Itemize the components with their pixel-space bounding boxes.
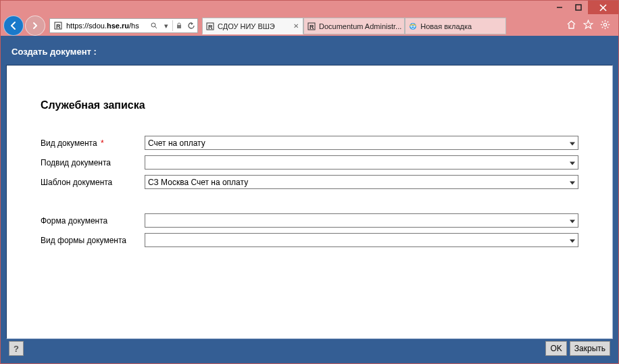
select-doc-template[interactable]: СЗ Москва Счет на оплату xyxy=(145,175,578,189)
label-doc-template: Шаблон документа xyxy=(41,178,145,187)
page-content: Создать документ : Служебная записка Вид… xyxy=(1,36,618,363)
svg-line-21 xyxy=(608,22,609,23)
select-doc-subtype[interactable] xyxy=(145,155,578,170)
address-bar[interactable]: R https://sdou.hse.ru/hs ▾ xyxy=(49,18,198,33)
help-button[interactable]: ? xyxy=(9,341,24,356)
svg-text:R: R xyxy=(208,24,213,30)
maximize-button[interactable] xyxy=(569,1,587,14)
settings-gear-icon[interactable] xyxy=(600,20,610,32)
form-gap xyxy=(41,194,578,213)
tab-favicon-icon: R xyxy=(307,22,316,31)
minimize-button[interactable] xyxy=(550,1,568,14)
forward-button[interactable] xyxy=(25,16,45,36)
site-favicon-icon: R xyxy=(53,20,64,31)
ok-button[interactable]: OK xyxy=(545,341,566,356)
tab-active[interactable]: R СДОУ НИУ ВШЭ ✕ xyxy=(202,18,303,34)
svg-text:R: R xyxy=(56,23,61,30)
field-row-doc-form: Форма документа xyxy=(41,213,578,228)
nav-toolbar: R https://sdou.hse.ru/hs ▾ R СДОУ Н xyxy=(1,16,618,36)
back-button[interactable] xyxy=(3,16,24,36)
field-row-doc-subtype: Подвид документа xyxy=(41,155,578,170)
form-panel: Служебная записка Вид документа * Счет н… xyxy=(6,65,613,339)
search-dropdown-icon[interactable] xyxy=(148,19,160,32)
field-row-doc-form-type: Вид формы документа xyxy=(41,233,578,247)
label-doc-subtype: Подвид документа xyxy=(41,158,145,167)
close-window-button[interactable] xyxy=(588,1,618,14)
dropdown-arrow-icon[interactable]: ▾ xyxy=(160,19,172,32)
label-doc-form-type: Вид формы документа xyxy=(41,236,145,245)
svg-text:R: R xyxy=(310,24,314,30)
url-text: https://sdou.hse.ru/hs xyxy=(66,22,148,30)
page-title: Создать документ : xyxy=(6,41,613,65)
select-doc-type[interactable]: Счет на оплату xyxy=(145,136,578,150)
tab-label: СДОУ НИУ ВШЭ xyxy=(218,22,292,30)
select-doc-form[interactable] xyxy=(145,213,578,228)
refresh-icon[interactable] xyxy=(185,19,197,32)
lock-icon[interactable] xyxy=(173,19,185,32)
tab-strip: R СДОУ НИУ ВШЭ ✕ R Documentum Administr.… xyxy=(202,17,560,34)
svg-rect-1 xyxy=(576,5,581,10)
close-button[interactable]: Закрыть xyxy=(570,341,610,356)
browser-window: R https://sdou.hse.ru/hs ▾ R СДОУ Н xyxy=(0,0,619,364)
svg-line-22 xyxy=(602,27,603,28)
svg-line-20 xyxy=(608,27,609,28)
tab-favicon-icon: R xyxy=(205,22,215,31)
svg-line-19 xyxy=(602,22,603,23)
label-doc-form: Форма документа xyxy=(41,216,145,226)
required-mark: * xyxy=(99,138,104,148)
select-doc-form-type[interactable] xyxy=(145,233,578,247)
field-row-doc-type: Вид документа * Счет на оплату xyxy=(41,136,578,150)
label-doc-type: Вид документа * xyxy=(41,138,145,148)
favorites-icon[interactable] xyxy=(583,20,593,32)
field-row-doc-template: Шаблон документа СЗ Москва Счет на оплат… xyxy=(41,175,578,189)
svg-rect-8 xyxy=(177,25,181,28)
svg-point-14 xyxy=(603,23,606,26)
browser-right-controls xyxy=(561,20,616,32)
tab-label: Documentum Administr... xyxy=(319,22,401,30)
home-icon[interactable] xyxy=(566,20,576,32)
ie-icon xyxy=(408,22,418,31)
svg-line-7 xyxy=(155,26,157,28)
dialog-footer: ? OK Закрыть xyxy=(6,339,613,358)
window-titlebar xyxy=(1,1,618,16)
tab[interactable]: R Documentum Administr... xyxy=(303,18,405,34)
tab-label: Новая вкладка xyxy=(420,22,503,30)
tab[interactable]: Новая вкладка xyxy=(405,18,506,34)
tab-close-icon[interactable]: ✕ xyxy=(292,22,300,30)
form-heading: Служебная записка xyxy=(41,99,578,111)
